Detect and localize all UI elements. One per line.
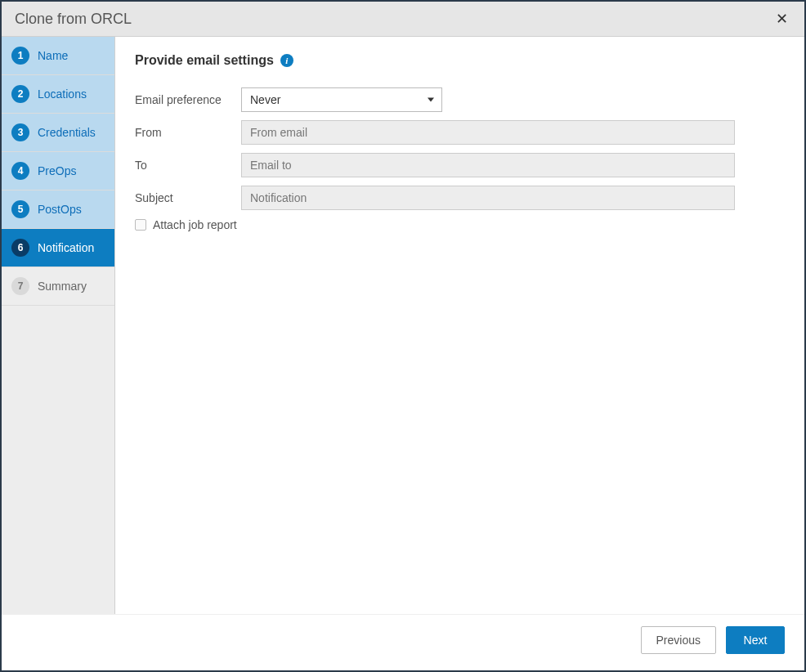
step-number: 7	[11, 277, 29, 295]
label-subject: Subject	[135, 191, 241, 204]
from-email-input[interactable]	[241, 120, 735, 145]
wizard-step-preops[interactable]: 4 PreOps	[2, 152, 114, 190]
chevron-down-icon	[428, 98, 434, 102]
step-number: 5	[11, 200, 29, 218]
info-icon[interactable]: i	[280, 54, 293, 67]
step-label: PostOps	[38, 203, 82, 216]
wizard-step-locations[interactable]: 2 Locations	[2, 75, 114, 114]
step-label: Credentials	[38, 126, 96, 139]
step-label: Name	[38, 49, 68, 62]
wizard-step-postops[interactable]: 5 PostOps	[2, 190, 114, 229]
row-email-preference: Email preference Never	[135, 87, 785, 112]
attach-report-checkbox[interactable]	[135, 219, 146, 231]
close-icon: ✕	[776, 11, 788, 27]
email-preference-select[interactable]: Never	[241, 87, 442, 112]
email-preference-value: Never	[250, 93, 280, 106]
clone-dialog: Clone from ORCL ✕ 1 Name 2 Locations 3 C…	[2, 2, 804, 670]
step-label: PreOps	[38, 164, 76, 177]
step-label: Summary	[38, 280, 87, 293]
attach-report-label: Attach job report	[153, 218, 237, 231]
row-from: From	[135, 120, 785, 145]
dialog-footer: Previous Next	[2, 614, 804, 670]
dialog-header: Clone from ORCL ✕	[2, 2, 804, 37]
page-title: Provide email settings	[135, 53, 274, 68]
subject-input[interactable]	[241, 186, 735, 210]
wizard-sidebar: 1 Name 2 Locations 3 Credentials 4 PreOp…	[2, 37, 114, 614]
row-subject: Subject	[135, 186, 785, 210]
wizard-step-name[interactable]: 1 Name	[2, 37, 114, 75]
step-number: 6	[11, 239, 29, 257]
label-email-preference: Email preference	[135, 93, 241, 106]
close-button[interactable]: ✕	[772, 10, 791, 28]
label-to: To	[135, 159, 241, 172]
dialog-title: Clone from ORCL	[15, 11, 132, 28]
step-number: 3	[11, 123, 29, 141]
main-panel: Provide email settings i Email preferenc…	[114, 37, 804, 614]
step-label: Locations	[38, 87, 87, 101]
row-to: To	[135, 153, 785, 177]
wizard-step-summary[interactable]: 7 Summary	[2, 267, 114, 306]
wizard-step-credentials[interactable]: 3 Credentials	[2, 114, 114, 152]
step-number: 4	[11, 162, 29, 180]
step-label: Notification	[38, 241, 94, 254]
label-from: From	[135, 126, 241, 139]
page-heading: Provide email settings i	[135, 53, 785, 68]
next-button[interactable]: Next	[726, 626, 785, 654]
step-number: 2	[11, 85, 29, 103]
step-number: 1	[11, 47, 29, 65]
dialog-body: 1 Name 2 Locations 3 Credentials 4 PreOp…	[2, 37, 804, 614]
previous-button[interactable]: Previous	[641, 626, 716, 654]
row-attach-report: Attach job report	[135, 218, 785, 231]
wizard-step-notification[interactable]: 6 Notification	[2, 229, 114, 267]
to-email-input[interactable]	[241, 153, 735, 177]
